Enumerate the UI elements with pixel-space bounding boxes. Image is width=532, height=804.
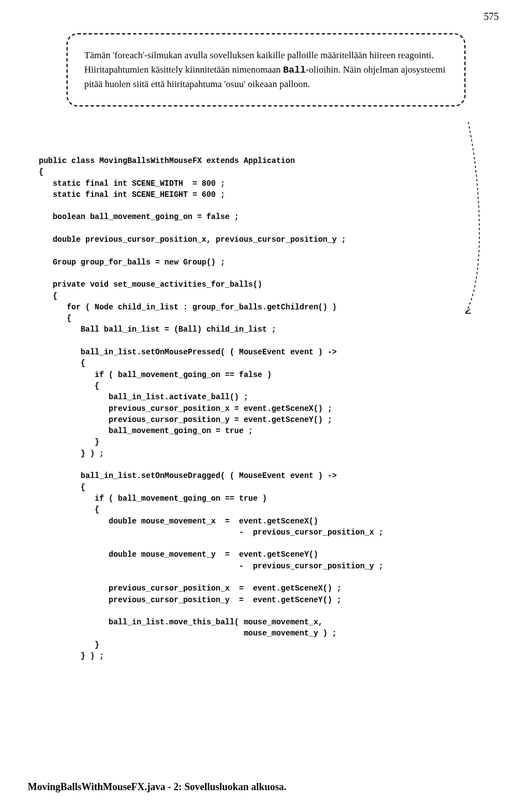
code-listing: public class MovingBallsWithMouseFX exte… <box>39 155 499 661</box>
callout-mono: Ball <box>283 65 306 75</box>
page-number: 575 <box>484 11 499 23</box>
callout-annotation: Tämän 'foreach'-silmukan avulla sovelluk… <box>66 33 466 106</box>
figure-caption: MovingBallsWithMouseFX.java - 2: Sovellu… <box>28 781 287 793</box>
